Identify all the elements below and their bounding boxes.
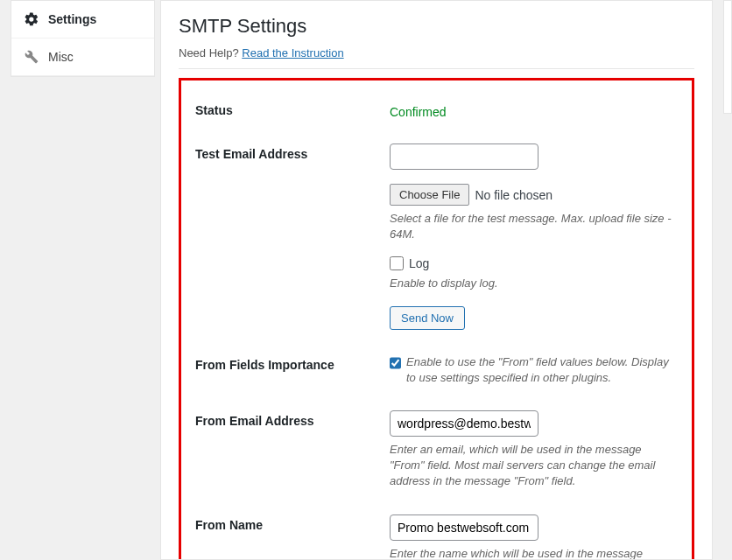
send-now-button[interactable]: Send Now [390,306,465,330]
help-link[interactable]: Read the Instruction [242,46,343,60]
from-name-label: From Name [195,504,390,561]
from-importance-checkbox[interactable] [390,356,401,370]
from-email-desc: Enter an email, which will be used in th… [390,442,678,490]
from-importance-desc: Enable to use the "From" field values be… [406,354,678,386]
from-name-desc: Enter the name which will be used in the… [390,546,678,561]
settings-highlight-box: Status Confirmed Test Email Address Choo… [179,78,694,560]
page-title: SMTP Settings [179,15,694,38]
status-label: Status [195,89,390,133]
sidebar-item-misc[interactable]: Misc [11,38,154,76]
sidebar-item-settings[interactable]: Settings [11,1,154,38]
log-desc: Enable to display log. [390,276,678,291]
wrench-icon [24,49,39,65]
file-upload-desc: Select a file for the test message. Max.… [390,211,678,242]
help-prefix: Need Help? [179,46,242,60]
form-table: Status Confirmed Test Email Address Choo… [195,89,678,560]
divider [179,68,694,69]
no-file-text: No file chosen [475,188,553,202]
log-label: Log [409,256,429,270]
from-importance-label: From Fields Importance [195,344,390,400]
from-email-label: From Email Address [195,400,390,504]
sidebar-item-label: Misc [48,50,74,64]
sidebar-item-label: Settings [48,12,96,26]
from-name-input[interactable] [390,514,538,541]
gear-icon [24,11,39,27]
log-checkbox[interactable] [390,256,404,270]
right-panel-sliver [723,0,732,114]
help-line: Need Help? Read the Instruction [179,46,694,60]
test-email-input[interactable] [390,144,538,170]
main-panel: SMTP Settings Need Help? Read the Instru… [160,0,713,560]
sidebar: Settings Misc [11,0,155,77]
test-email-label: Test Email Address [195,133,390,344]
from-email-input[interactable] [390,410,538,437]
choose-file-button[interactable]: Choose File [390,184,469,206]
status-value: Confirmed [390,100,447,119]
